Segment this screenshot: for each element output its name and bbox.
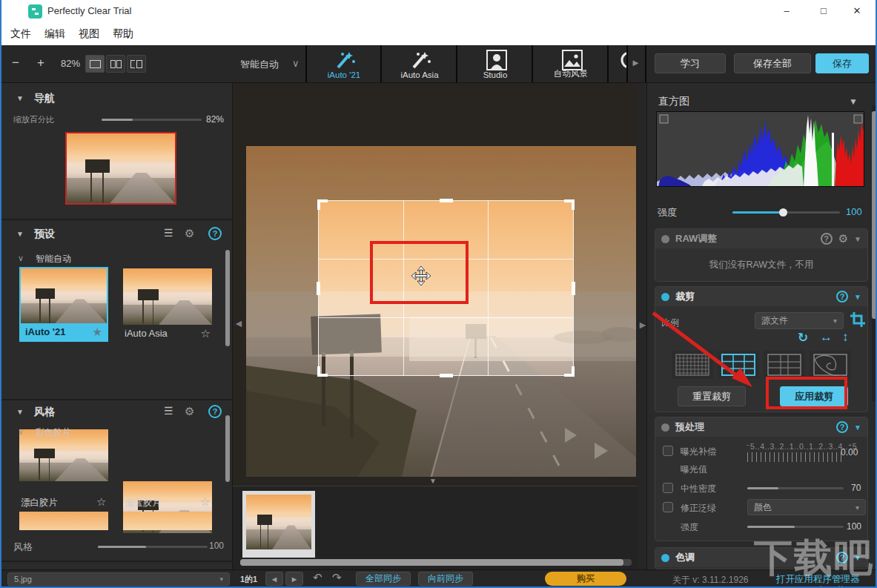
list-view-icon[interactable]: ☰ [164,227,173,239]
crop-tool-icon[interactable] [850,311,866,328]
star-outline-icon[interactable]: ☆ [201,327,211,340]
single-view-button[interactable] [85,55,105,73]
pan-right-icon[interactable]: ► [638,319,648,331]
compare-view-button[interactable] [127,55,146,73]
zoom-out-button[interactable]: − [12,56,19,70]
collapse-icon[interactable]: ▼ [849,96,858,107]
tab-studio[interactable]: Studio [459,45,533,82]
zoom-in-button[interactable]: + [37,56,44,70]
navigator-thumbnail[interactable] [65,132,176,205]
star-icon[interactable]: ★ [93,326,102,339]
maximize-button[interactable]: □ [813,3,835,19]
menu-view[interactable]: 视图 [79,27,99,41]
help-icon[interactable]: ? [821,233,833,245]
filmstrip-collapse-icon[interactable]: ▼ [429,477,437,485]
grid-thirds-button[interactable] [718,351,759,379]
reset-crop-button[interactable]: 重置裁剪 [678,386,746,406]
look-strength-slider[interactable] [98,546,208,548]
divider [1,219,233,220]
help-icon[interactable]: ? [208,405,222,418]
help-icon[interactable]: ? [836,552,848,564]
pan-left-icon[interactable]: ◄ [234,317,244,329]
filmstrip-selected-card[interactable] [242,491,315,558]
preset-group-dropdown[interactable]: 智能自动 [240,58,279,71]
collapse-icon[interactable]: ▼ [854,293,861,301]
tint-checkbox[interactable] [663,502,673,512]
collapse-icon[interactable]: ▼ [16,94,24,102]
tab-iauto-asia[interactable]: iAuto Asia [383,45,457,82]
nd-checkbox[interactable] [663,483,673,493]
crop-handle[interactable] [440,374,453,377]
section-enabled-dot[interactable] [661,235,669,243]
prev-image-button[interactable]: ◄ [265,572,283,586]
tab-auto-landscape[interactable]: 自动风景 [535,45,609,82]
grid-fine-button[interactable] [672,351,713,379]
looks-scrollbar[interactable] [225,415,230,482]
flip-vertical-icon[interactable]: ↕ [842,330,849,345]
look-thumb-partial[interactable] [123,512,212,530]
gear-icon[interactable]: ⚙ [185,405,194,418]
preprocess-strength-slider[interactable] [747,526,844,528]
grid-spiral-button[interactable] [810,351,851,379]
crop-handle[interactable] [317,282,320,295]
collapse-icon[interactable]: ▼ [854,235,861,243]
list-view-icon[interactable]: ☰ [164,405,173,417]
nd-slider[interactable] [747,487,844,489]
menu-edit[interactable]: 编辑 [44,27,65,41]
menu-help[interactable]: 帮助 [113,27,133,41]
rotate-icon[interactable]: ↻ [798,330,808,346]
collapse-icon[interactable]: ▼ [16,230,24,238]
next-image-button[interactable]: ► [285,572,303,586]
presets-scrollbar[interactable] [225,250,230,346]
section-enabled-dot[interactable] [661,554,669,562]
minimize-button[interactable]: – [775,3,798,19]
tab-scroll-right-icon[interactable]: ► [631,57,641,68]
help-icon[interactable]: ? [836,421,848,433]
learn-button[interactable]: 学习 [655,53,726,73]
help-icon[interactable]: ? [208,227,222,240]
split-view-button[interactable] [106,55,125,73]
exposure-checkbox[interactable] [663,446,673,456]
gear-icon[interactable]: ⚙ [185,227,194,240]
close-button[interactable]: ✕ [846,3,868,19]
redo-icon[interactable]: ↷ [332,571,342,584]
look-thumb-partial[interactable] [19,512,108,530]
section-enabled-dot[interactable] [661,423,669,432]
crop-handle[interactable] [572,282,575,295]
zoom-slider[interactable] [102,119,202,121]
collapse-icon[interactable]: ▼ [16,408,24,416]
chevron-down-icon[interactable]: ∨ [18,427,24,437]
gear-icon[interactable]: ⚙ [838,232,848,245]
app-manager-link[interactable]: 打开应用程序管理器 [776,573,860,586]
buy-button[interactable]: 购买 [545,572,626,586]
exposure-ruler[interactable] [747,452,845,462]
tab-partial[interactable] [610,45,628,82]
tint-dropdown[interactable]: 颜色 ▾ [747,499,866,515]
tab-iauto21[interactable]: iAuto '21 [308,45,382,82]
crop-handle[interactable] [440,199,453,202]
menu-file[interactable]: 文件 [10,27,31,41]
panel-scrollbar-thumb[interactable] [872,111,877,319]
flip-horizontal-icon[interactable]: ↔ [820,330,833,345]
preset-iauto-asia[interactable]: iAuto Asia ☆ [123,268,212,342]
panel-scrollbar-track[interactable] [872,105,877,402]
preset-iauto21[interactable]: iAuto '21 ★ [19,267,108,342]
ratio-dropdown[interactable]: 源文件 ▾ [755,312,844,329]
sync-all-button[interactable]: 全部同步 [356,572,411,586]
filmstrip-scrollbar-thumb[interactable] [240,559,623,566]
sync-forward-button[interactable]: 向前同步 [418,572,473,586]
star-outline-icon[interactable]: ☆ [200,495,210,509]
collapse-icon[interactable]: ▼ [854,423,861,432]
strength-slider[interactable] [732,211,840,214]
save-all-button[interactable]: 保存全部 [734,53,811,73]
star-outline-icon[interactable]: ☆ [96,495,106,509]
chevron-down-icon[interactable]: ∨ [18,254,24,263]
collapse-icon[interactable]: ▼ [854,554,861,562]
grid-golden-button[interactable] [764,351,805,379]
filmstrip-scrollbar-track[interactable] [240,559,632,566]
section-enabled-dot[interactable] [661,293,669,301]
help-icon[interactable]: ? [836,291,848,303]
undo-icon[interactable]: ↶ [313,571,322,584]
save-button[interactable]: 保存 [815,53,869,73]
file-dropdown[interactable]: 5.jpg ▾ [7,572,230,586]
